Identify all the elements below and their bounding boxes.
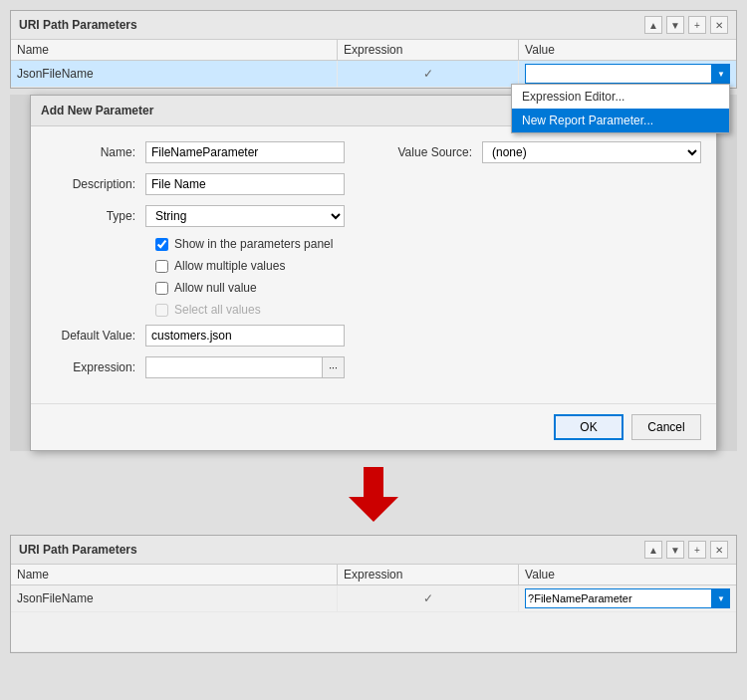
bottom-col-name: Name <box>11 565 338 585</box>
bottom-panel-title: URI Path Parameters <box>19 543 137 557</box>
select-all-label: Select all values <box>174 303 261 317</box>
multiple-values-label: Allow multiple values <box>174 259 285 273</box>
dialog-overlay: Add New Parameter ✕ Name: Description: T… <box>10 95 737 451</box>
bottom-params-table: Name Expression Value JsonFileName ✓ ▼ <box>11 565 736 652</box>
bottom-header-row: Name Expression Value <box>11 565 736 585</box>
type-select[interactable]: String Integer Float Boolean DateTime <box>145 205 345 227</box>
bottom-row-name: JsonFileName <box>11 585 338 612</box>
value-source-select[interactable]: (none) Static List Query <box>482 141 701 163</box>
bottom-col-value: Value <box>519 565 736 585</box>
bottom-value-dropdown-button[interactable]: ▼ <box>712 588 730 608</box>
bottom-down-button[interactable]: ▼ <box>666 541 684 559</box>
down-arrow-icon <box>344 467 403 522</box>
description-input[interactable] <box>145 173 345 195</box>
bottom-delete-button[interactable]: ✕ <box>710 541 728 559</box>
value-dropdown-menu: Expression Editor... New Report Paramete… <box>511 84 730 133</box>
expression-dots-button[interactable]: ··· <box>323 356 345 378</box>
default-value-label: Default Value: <box>46 329 145 343</box>
form-left: Name: Description: Type: String Integer … <box>46 141 363 388</box>
arrow-section <box>10 457 737 535</box>
bottom-row-expr: ✓ <box>338 585 519 612</box>
null-value-row: Allow null value <box>155 281 363 295</box>
null-value-label: Allow null value <box>174 281 257 295</box>
top-add-button[interactable]: + <box>688 16 706 34</box>
name-label: Name: <box>46 145 145 159</box>
add-parameter-dialog: Add New Parameter ✕ Name: Description: T… <box>30 95 717 451</box>
row-name-cell: JsonFileName <box>11 61 338 88</box>
value-input-group: ▼ <box>525 64 730 84</box>
table-row[interactable]: JsonFileName ✓ ▼ Expression Edito <box>11 61 736 88</box>
bottom-checkmark-icon: ✓ <box>423 591 433 605</box>
top-params-table: Name Expression Value JsonFileName ✓ <box>11 40 736 88</box>
top-panel-header: URI Path Parameters ▲ ▼ + ✕ <box>11 11 736 40</box>
table-header-row: Name Expression Value <box>11 40 736 61</box>
multiple-values-row: Allow multiple values <box>155 259 363 273</box>
checkmark-icon: ✓ <box>423 67 433 81</box>
bottom-col-expr: Expression <box>338 565 519 585</box>
ok-button[interactable]: OK <box>554 414 623 440</box>
type-label: Type: <box>46 209 145 223</box>
null-value-checkbox[interactable] <box>155 282 168 295</box>
description-row: Description: <box>46 173 363 195</box>
top-table-area: Name Expression Value JsonFileName ✓ <box>11 40 736 88</box>
value-source-label: Value Source: <box>382 145 482 159</box>
col-header-expression: Expression <box>338 40 519 61</box>
expression-label: Expression: <box>46 360 145 374</box>
bottom-up-button[interactable]: ▲ <box>644 541 662 559</box>
row-expr-cell: ✓ <box>338 61 519 88</box>
dialog-body: Name: Description: Type: String Integer … <box>31 126 716 403</box>
bottom-add-button[interactable]: + <box>688 541 706 559</box>
select-all-checkbox <box>155 304 168 317</box>
expression-input[interactable] <box>145 356 323 378</box>
show-panel-row: Show in the parameters panel <box>155 237 363 251</box>
value-input[interactable] <box>525 64 712 84</box>
col-header-value: Value <box>519 40 736 61</box>
bottom-value-input-group: ▼ <box>525 588 730 608</box>
bottom-panel-header: URI Path Parameters ▲ ▼ + ✕ <box>11 536 736 565</box>
dropdown-expression-editor[interactable]: Expression Editor... <box>512 85 729 109</box>
name-input[interactable] <box>145 141 345 163</box>
dialog-footer: OK Cancel <box>31 403 716 450</box>
top-down-button[interactable]: ▼ <box>666 16 684 34</box>
description-label: Description: <box>46 177 145 191</box>
empty-cell <box>11 612 736 652</box>
bottom-value-input[interactable] <box>525 588 712 608</box>
value-source-row: Value Source: (none) Static List Query <box>382 141 701 163</box>
top-up-button[interactable]: ▲ <box>644 16 662 34</box>
col-header-name: Name <box>11 40 338 61</box>
show-panel-checkbox[interactable] <box>155 238 168 251</box>
top-uri-panel: URI Path Parameters ▲ ▼ + ✕ Name Express… <box>10 10 737 89</box>
row-value-cell[interactable]: ▼ Expression Editor... New Report Parame… <box>519 61 736 88</box>
bottom-table-area: Name Expression Value JsonFileName ✓ ▼ <box>11 565 736 652</box>
top-panel-toolbar: ▲ ▼ + ✕ <box>644 16 728 34</box>
top-panel-title: URI Path Parameters <box>19 18 137 32</box>
dialog-title: Add New Parameter <box>41 104 153 117</box>
value-cell-container: ▼ Expression Editor... New Report Parame… <box>525 64 730 84</box>
form-right: Value Source: (none) Static List Query <box>382 141 701 388</box>
expression-row: Expression: ··· <box>46 356 363 378</box>
default-value-row: Default Value: <box>46 325 363 347</box>
expression-input-wrapper: ··· <box>145 356 345 378</box>
bottom-row-value[interactable]: ▼ <box>519 585 736 612</box>
empty-row <box>11 612 736 652</box>
cancel-button[interactable]: Cancel <box>631 414 701 440</box>
bottom-panel-toolbar: ▲ ▼ + ✕ <box>644 541 728 559</box>
type-row: Type: String Integer Float Boolean DateT… <box>46 205 363 227</box>
form-two-col: Name: Description: Type: String Integer … <box>46 141 701 388</box>
multiple-values-checkbox[interactable] <box>155 260 168 273</box>
top-delete-button[interactable]: ✕ <box>710 16 728 34</box>
svg-marker-0 <box>349 467 398 522</box>
value-dropdown-button[interactable]: ▼ <box>712 64 730 84</box>
select-all-row: Select all values <box>155 303 363 317</box>
dropdown-new-report-param[interactable]: New Report Parameter... <box>512 109 729 132</box>
name-row: Name: <box>46 141 363 163</box>
bottom-table-row[interactable]: JsonFileName ✓ ▼ <box>11 585 736 612</box>
bottom-uri-panel: URI Path Parameters ▲ ▼ + ✕ Name Express… <box>10 535 737 653</box>
default-value-input[interactable] <box>145 325 345 347</box>
show-panel-label: Show in the parameters panel <box>174 237 333 251</box>
